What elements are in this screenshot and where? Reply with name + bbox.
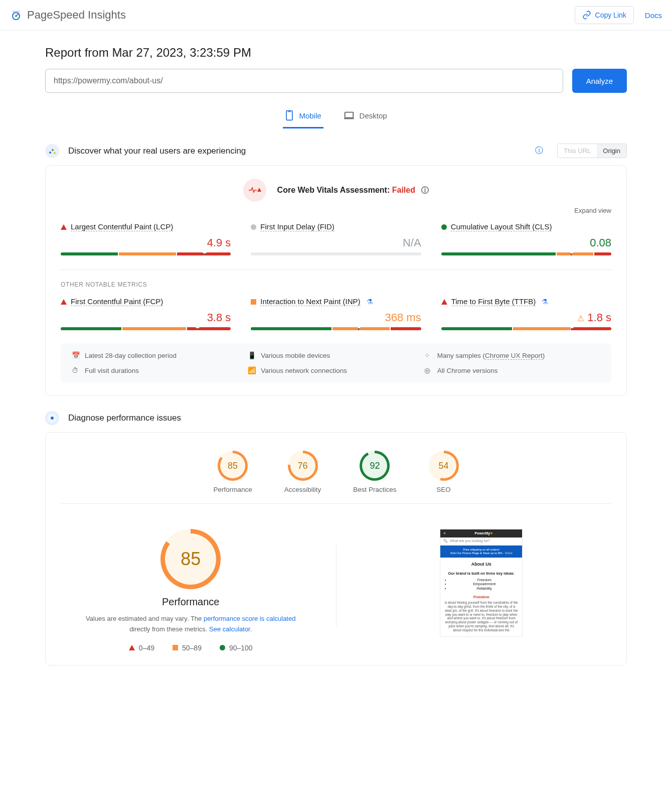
device-tabs: Mobile Desktop bbox=[45, 105, 627, 128]
svg-point-8 bbox=[54, 152, 56, 154]
network-icon: 📶 bbox=[248, 366, 256, 374]
see-calculator-link[interactable]: See calculator bbox=[209, 625, 250, 633]
copy-link-button[interactable]: Copy Link bbox=[575, 6, 634, 24]
metric-value: 0.08 bbox=[441, 236, 611, 249]
search-icon: 🔍 bbox=[443, 539, 448, 543]
expand-view-link[interactable]: Expand view bbox=[61, 207, 611, 214]
toggle-this-url[interactable]: This URL bbox=[558, 144, 597, 158]
link-icon bbox=[582, 11, 591, 20]
psi-logo-icon bbox=[10, 9, 22, 21]
url-origin-toggle: This URL Origin bbox=[557, 144, 627, 158]
hamburger-icon: ≡ bbox=[443, 531, 445, 535]
triangle-red-icon bbox=[61, 299, 67, 305]
crux-card: Core Web Vitals Assessment: Failed ⓘ Exp… bbox=[45, 165, 627, 396]
help-icon[interactable]: ⓘ bbox=[421, 186, 429, 194]
warning-icon: ⚠ bbox=[577, 314, 584, 323]
metric-name[interactable]: First Contentful Paint (FCP) bbox=[71, 297, 163, 306]
score-legend: 0–49 50–89 90–100 bbox=[61, 644, 321, 652]
metric-value: N/A bbox=[251, 236, 421, 249]
square-orange-icon bbox=[173, 645, 178, 650]
circle-green-icon bbox=[220, 645, 225, 650]
svg-point-6 bbox=[49, 152, 51, 154]
metric-value: ⚠1.8 s bbox=[441, 311, 611, 324]
lab-card: 85Performance76Accessibility92Best Pract… bbox=[45, 432, 627, 665]
circle-green-icon bbox=[441, 224, 447, 230]
metric-value: 368 ms bbox=[251, 311, 421, 324]
flask-icon: ⚗ bbox=[367, 298, 373, 306]
duration-icon: ⏱ bbox=[72, 367, 80, 374]
crux-meta-grid: 📅Latest 28-day collection period 📱Variou… bbox=[61, 343, 611, 382]
url-input[interactable] bbox=[45, 69, 563, 93]
info-icon[interactable]: ⓘ bbox=[535, 146, 543, 156]
analyze-button[interactable]: Analyze bbox=[572, 69, 627, 93]
chrome-icon: ◎ bbox=[424, 366, 432, 374]
metric-name[interactable]: Time to First Byte (TTFB) bbox=[451, 297, 536, 306]
other-metrics-label: OTHER NOTABLE METRICS bbox=[61, 281, 611, 288]
square-orange-icon bbox=[251, 299, 256, 305]
calendar-icon: 📅 bbox=[72, 351, 80, 359]
tab-desktop[interactable]: Desktop bbox=[342, 105, 389, 128]
svg-rect-4 bbox=[345, 112, 353, 118]
flask-icon: ⚗ bbox=[542, 298, 548, 306]
metric-interaction-to-next-paint--inp-: Interaction to Next Paint (INP)⚗368 ms bbox=[251, 297, 421, 330]
devices-icon: 📱 bbox=[248, 351, 256, 359]
toggle-origin[interactable]: Origin bbox=[597, 144, 626, 158]
score-calc-link[interactable]: performance score is calculated bbox=[204, 615, 296, 622]
tab-mobile[interactable]: Mobile bbox=[283, 105, 323, 128]
metric-name[interactable]: First Input Delay (FID) bbox=[260, 222, 334, 231]
chrome-ux-report-link[interactable]: Chrome UX Report bbox=[485, 352, 543, 360]
circle-gray-icon bbox=[251, 224, 256, 230]
page-screenshot: ≡PowerMy✕ 🔍What are you looking for? Fre… bbox=[440, 529, 523, 637]
field-data-icon bbox=[45, 144, 59, 158]
gauge-accessibility[interactable]: 76Accessibility bbox=[284, 451, 321, 493]
metric-largest-contentful-paint--lcp-: Largest Contentful Paint (LCP)4.9 s bbox=[61, 222, 231, 255]
metric-first-contentful-paint--fcp-: First Contentful Paint (FCP)3.8 s bbox=[61, 297, 231, 330]
metric-value: 4.9 s bbox=[61, 236, 231, 249]
samples-icon: ⁘ bbox=[424, 351, 432, 359]
metric-first-input-delay--fid-: First Input Delay (FID)N/A bbox=[251, 222, 421, 255]
metric-name[interactable]: Cumulative Layout Shift (CLS) bbox=[451, 222, 552, 231]
svg-marker-9 bbox=[257, 188, 261, 192]
svg-point-1 bbox=[15, 15, 17, 17]
metric-value: 3.8 s bbox=[61, 311, 231, 324]
performance-title: Performance bbox=[61, 596, 321, 608]
metric-cumulative-layout-shift--cls-: Cumulative Layout Shift (CLS)0.08 bbox=[441, 222, 611, 255]
svg-point-10 bbox=[51, 417, 54, 420]
cwv-assessment: Core Web Vitals Assessment: Failed ⓘ bbox=[277, 186, 429, 195]
svg-point-7 bbox=[52, 149, 54, 151]
crux-section-title: Discover what your real users are experi… bbox=[68, 146, 246, 156]
metric-name[interactable]: Largest Contentful Paint (LCP) bbox=[71, 222, 173, 231]
gauge-performance[interactable]: 85Performance bbox=[213, 451, 252, 493]
performance-description: Values are estimated and may vary. The p… bbox=[75, 614, 306, 635]
docs-link[interactable]: Docs bbox=[645, 11, 662, 20]
gauge-best-practices[interactable]: 92Best Practices bbox=[353, 451, 396, 493]
mobile-icon bbox=[285, 110, 294, 121]
performance-big-gauge: 85 bbox=[160, 529, 221, 589]
lab-data-icon bbox=[45, 411, 59, 425]
report-heading: Report from Mar 27, 2023, 3:23:59 PM bbox=[45, 46, 627, 60]
cwv-badge-icon bbox=[243, 179, 266, 202]
metric-name[interactable]: Interaction to Next Paint (INP) bbox=[260, 297, 360, 306]
triangle-red-icon bbox=[441, 299, 447, 305]
svg-rect-2 bbox=[286, 111, 292, 120]
metric-time-to-first-byte--ttfb-: Time to First Byte (TTFB)⚗⚠1.8 s bbox=[441, 297, 611, 330]
gauge-seo[interactable]: 54SEO bbox=[429, 451, 459, 493]
triangle-red-icon bbox=[61, 224, 67, 230]
top-bar: PageSpeed Insights Copy Link Docs bbox=[0, 0, 672, 31]
triangle-red-icon bbox=[129, 645, 135, 650]
brand-title: PageSpeed Insights bbox=[27, 9, 126, 22]
brand: PageSpeed Insights bbox=[10, 9, 126, 22]
lab-section-title: Diagnose performance issues bbox=[68, 413, 181, 423]
desktop-icon bbox=[344, 111, 355, 120]
